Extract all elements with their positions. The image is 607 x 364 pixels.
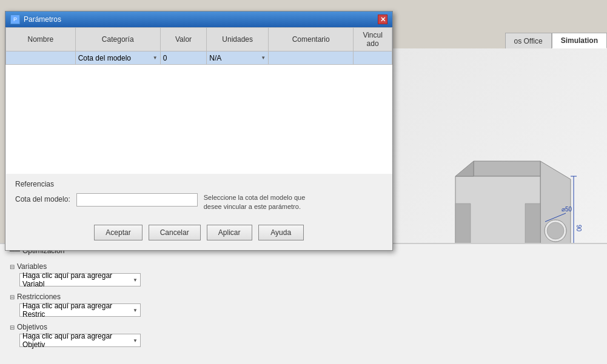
parameters-table: Nombre Categoría Valor Unidades Comentar… — [5, 27, 392, 174]
aplicar-button[interactable]: Aplicar — [207, 225, 252, 240]
variables-collapse-icon[interactable]: ⊟ — [10, 263, 15, 270]
nombre-input[interactable] — [8, 54, 73, 62]
variables-row: Haga clic aquí para agregar Variabl ▼ — [19, 273, 597, 286]
dialog-icon: P — [10, 15, 20, 24]
svg-text:⌀50: ⌀50 — [562, 206, 572, 213]
parameters-dialog: P Parámetros ✕ Nombre Categoría Valor Un… — [5, 11, 393, 251]
unidades-dropdown[interactable]: N/A ▼ — [209, 54, 266, 62]
objetivos-dropdown-arrow: ▼ — [133, 338, 138, 343]
restricciones-collapse-icon[interactable]: ⊟ — [10, 294, 15, 300]
references-hint: Seleccione la cota del modelo que desee … — [204, 193, 325, 212]
references-row: Cota del modelo: Seleccione la cota del … — [15, 193, 383, 212]
svg-marker-3 — [455, 161, 474, 176]
references-section: Referencias Cota del modelo: Seleccione … — [5, 174, 392, 218]
restricciones-header: ⊟ Restricciones — [10, 293, 597, 301]
cota-label: Cota del modelo: — [15, 193, 70, 204]
valor-value: 0 — [163, 54, 167, 62]
variables-section: ⊟ Variables Haga clic aquí para agregar … — [10, 262, 597, 286]
tab-simulation[interactable]: Simulation — [552, 33, 607, 48]
col-vinculado: Vincul ado — [354, 28, 392, 51]
objetivos-dropdown-text: Haga clic aquí para agregar Objetiv — [22, 332, 130, 349]
cell-comentario[interactable] — [269, 51, 354, 65]
objetivos-header: ⊟ Objetivos — [10, 323, 597, 331]
dialog-titlebar-left: P Parámetros — [10, 15, 61, 24]
objetivos-label: Objetivos — [17, 323, 47, 331]
col-categoria: Categoría — [75, 28, 160, 51]
cell-nombre[interactable] — [6, 51, 76, 65]
bottom-panel: ── Optimización ⊟ Variables Haga clic aq… — [0, 243, 607, 364]
svg-point-8 — [547, 222, 564, 239]
cell-vinculado[interactable] — [354, 51, 392, 65]
tab-office[interactable]: os Office — [505, 33, 552, 48]
bottom-panel-content: ⊟ Variables Haga clic aquí para agregar … — [0, 257, 607, 358]
col-valor: Valor — [160, 28, 206, 51]
variables-label: Variables — [17, 262, 47, 271]
categoria-dropdown[interactable]: Cota del modelo ▼ — [78, 54, 158, 62]
variables-dropdown-text: Haga clic aquí para agregar Variabl — [22, 271, 130, 288]
variables-dropdown-arrow: ▼ — [133, 277, 138, 283]
cell-unidades[interactable]: N/A ▼ — [207, 51, 269, 65]
variables-dropdown[interactable]: Haga clic aquí para agregar Variabl ▼ — [19, 273, 141, 286]
objetivos-row: Haga clic aquí para agregar Objetiv ▼ — [19, 334, 597, 347]
restricciones-dropdown-arrow: ▼ — [133, 308, 138, 313]
cota-input[interactable] — [76, 193, 198, 207]
dialog-close-button[interactable]: ✕ — [378, 15, 387, 24]
unidades-value: N/A — [209, 54, 221, 62]
objetivos-dropdown[interactable]: Haga clic aquí para agregar Objetiv ▼ — [19, 334, 141, 347]
dialog-titlebar[interactable]: P Parámetros ✕ — [5, 12, 392, 27]
restricciones-dropdown-text: Haga clic aquí para agregar Restric — [22, 302, 130, 319]
references-title: Referencias — [15, 180, 383, 188]
dialog-icon-label: P — [13, 16, 17, 22]
restricciones-dropdown[interactable]: Haga clic aquí para agregar Restric ▼ — [19, 303, 141, 317]
variables-header: ⊟ Variables — [10, 262, 597, 271]
svg-text:90: 90 — [575, 225, 582, 232]
col-comentario: Comentario — [269, 28, 354, 51]
categoria-arrow: ▼ — [153, 55, 158, 61]
aceptar-button[interactable]: Aceptar — [94, 225, 142, 240]
categoria-value: Cota del modelo — [78, 54, 131, 62]
objetivos-section: ⊟ Objetivos Haga clic aquí para agregar … — [10, 323, 597, 347]
unidades-arrow: ▼ — [261, 55, 266, 61]
objetivos-collapse-icon[interactable]: ⊟ — [10, 324, 15, 331]
cell-valor[interactable]: 0 — [160, 51, 206, 65]
cell-categoria[interactable]: Cota del modelo ▼ — [75, 51, 160, 65]
col-unidades: Unidades — [207, 28, 269, 51]
restricciones-row: Haga clic aquí para agregar Restric ▼ — [19, 303, 597, 317]
svg-marker-1 — [474, 161, 540, 176]
dialog-title: Parámetros — [24, 15, 61, 24]
restricciones-section: ⊟ Restricciones Haga clic aquí para agre… — [10, 293, 597, 317]
table-empty-area[interactable] — [6, 65, 392, 174]
top-tabs: os Office Simulation — [505, 30, 607, 48]
ayuda-button[interactable]: Ayuda — [258, 225, 304, 240]
cancelar-button[interactable]: Cancelar — [149, 225, 201, 240]
restricciones-label: Restricciones — [17, 293, 61, 301]
dialog-buttons: Aceptar Cancelar Aplicar Ayuda — [5, 217, 392, 250]
col-nombre: Nombre — [6, 28, 76, 51]
dialog-body: Nombre Categoría Valor Unidades Comentar… — [5, 27, 392, 250]
table-row[interactable]: Cota del modelo ▼ 0 N/A ▼ — [6, 51, 392, 65]
